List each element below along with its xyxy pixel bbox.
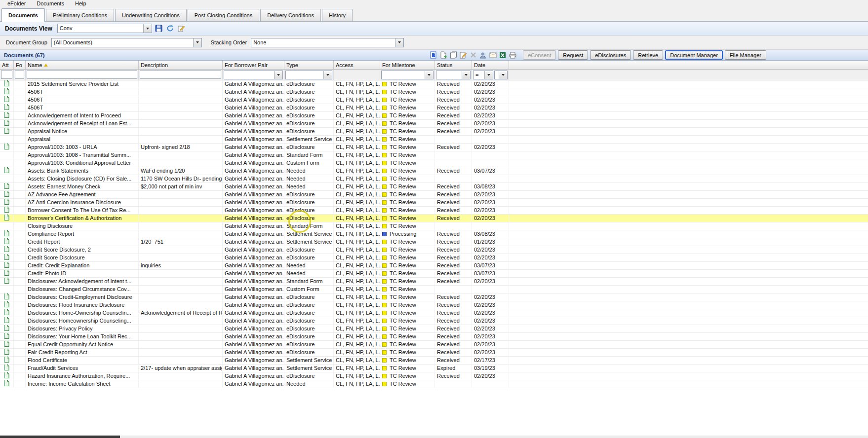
attachment-icon[interactable] xyxy=(4,104,9,111)
attachment-icon[interactable] xyxy=(4,372,9,380)
attachment-icon[interactable] xyxy=(4,88,9,96)
button-request[interactable]: Request xyxy=(558,50,588,60)
table-row[interactable]: Credit Report1/20 751Gabriel A Villagome… xyxy=(0,238,868,246)
table-row[interactable]: Acknowledgement of Receipt of Loan Est..… xyxy=(0,120,868,128)
tab-preliminary-conditions[interactable]: Preliminary Conditions xyxy=(46,9,114,21)
table-row[interactable]: Disclosures: Home-Ownership Counselin...… xyxy=(0,309,868,317)
table-row[interactable]: Approval/1003: 1003 - URLAUpfront- signe… xyxy=(0,144,868,151)
excel-export-icon[interactable] xyxy=(498,51,507,59)
table-row[interactable]: Disclosures: Acknowledgement of Intent t… xyxy=(0,278,868,286)
date-value-select[interactable] xyxy=(494,71,508,79)
date-operator-select[interactable]: = xyxy=(473,71,493,79)
table-row[interactable]: Assets: Earnest Money Check$2,000 not pa… xyxy=(0,183,868,191)
table-row[interactable]: AZ Advance Fee AgreementGabriel A Villag… xyxy=(0,191,868,199)
table-row[interactable]: Borrower's Certification & Authorization… xyxy=(0,215,868,222)
menu-help[interactable]: Help xyxy=(70,0,92,7)
attachment-icon[interactable] xyxy=(4,144,9,151)
attachment-icon[interactable] xyxy=(4,120,9,127)
tab-post-closing-conditions[interactable]: Post-Closing Conditions xyxy=(188,9,259,21)
table-row[interactable]: Approval/1003: Conditional Approval Lett… xyxy=(0,159,868,167)
status-filter-select[interactable] xyxy=(436,71,471,79)
description-filter-input[interactable] xyxy=(140,71,221,79)
table-row[interactable]: Credit: Photo IDGabriel A Villagomez an.… xyxy=(0,270,868,278)
table-row[interactable]: Acknowledgement of Intent to ProceedGabr… xyxy=(0,112,868,120)
copy-document-icon[interactable] xyxy=(449,51,458,59)
attachment-icon[interactable] xyxy=(4,325,9,332)
attachment-icon[interactable] xyxy=(4,183,9,190)
column-header-att[interactable]: Att xyxy=(0,61,14,69)
attachment-icon[interactable] xyxy=(4,365,9,372)
tab-documents[interactable]: Documents xyxy=(1,8,45,22)
table-row[interactable]: Compliance ReportGabriel A Villagomez an… xyxy=(0,230,868,238)
attachment-icon[interactable] xyxy=(4,262,9,269)
chevron-down-icon[interactable] xyxy=(193,38,201,47)
milestone-filter-select[interactable] xyxy=(381,71,434,79)
table-row[interactable]: AppraisalGabriel A Villagomez an...Settl… xyxy=(0,136,868,144)
chevron-down-icon[interactable] xyxy=(274,71,282,79)
stacking-order-select[interactable]: None xyxy=(251,38,404,47)
table-row[interactable]: Hazard Insurance Authorization, Require.… xyxy=(0,372,868,380)
save-icon[interactable] xyxy=(155,24,163,33)
table-row[interactable]: Credit: Credit ExplanationinquiriesGabri… xyxy=(0,262,868,270)
table-row[interactable]: Appraisal NoticeGabriel A Villagomez an.… xyxy=(0,128,868,136)
new-document-icon[interactable] xyxy=(439,51,448,59)
column-header-description[interactable]: Description xyxy=(139,61,223,69)
column-header-status[interactable]: Status xyxy=(435,61,472,69)
attachment-icon[interactable] xyxy=(4,301,9,309)
table-row[interactable]: 2015 Settlement Service Provider ListGab… xyxy=(0,80,868,88)
column-header-milestone[interactable]: For Milestone xyxy=(380,61,435,69)
attachment-icon[interactable] xyxy=(4,357,9,364)
attachment-icon[interactable] xyxy=(4,341,9,348)
table-row[interactable]: 4506TGabriel A Villagomez an...eDisclosu… xyxy=(0,96,868,104)
attachment-icon[interactable] xyxy=(4,215,9,222)
edit-document-icon[interactable] xyxy=(459,51,468,59)
fo-filter-input[interactable] xyxy=(15,71,24,79)
table-row[interactable]: AZ Anti-Coercion Insurance DisclosureGab… xyxy=(0,199,868,207)
attachment-icon[interactable] xyxy=(4,309,9,317)
attachment-icon[interactable] xyxy=(4,317,9,325)
attachment-icon[interactable] xyxy=(4,80,9,88)
table-row[interactable]: Disclosures: Credit-Employment Disclosur… xyxy=(0,293,868,301)
table-row[interactable]: 4506TGabriel A Villagomez an...eDisclosu… xyxy=(0,88,868,96)
chevron-down-icon[interactable] xyxy=(395,38,403,47)
type-filter-select[interactable] xyxy=(285,71,332,79)
table-row[interactable]: Credit Score DisclosureGabriel A Villago… xyxy=(0,254,868,262)
att-filter-input[interactable] xyxy=(1,71,12,79)
attachment-icon[interactable] xyxy=(4,333,9,340)
button-document-manager[interactable]: Document Manager xyxy=(665,50,723,60)
attachment-icon[interactable] xyxy=(4,191,9,198)
table-row[interactable]: Flood CertificateGabriel A Villagomez an… xyxy=(0,357,868,365)
button-file-manager[interactable]: File Manager xyxy=(725,50,766,60)
attachment-icon[interactable] xyxy=(4,254,9,261)
chevron-down-icon[interactable] xyxy=(484,71,493,79)
attachment-icon[interactable] xyxy=(4,96,9,104)
attachment-icon[interactable] xyxy=(4,230,9,238)
table-row[interactable]: Income: Income Calculation SheetGabriel … xyxy=(0,380,868,388)
attachment-icon[interactable] xyxy=(4,293,9,301)
email-icon[interactable] xyxy=(488,51,497,59)
scrollbar-thumb[interactable] xyxy=(0,436,120,438)
attachment-icon[interactable] xyxy=(4,270,9,277)
attachment-icon[interactable] xyxy=(4,278,9,285)
column-header-date[interactable]: Date xyxy=(472,61,509,69)
chevron-down-icon[interactable] xyxy=(499,71,507,79)
button-edisclosures[interactable]: eDisclosures xyxy=(590,50,631,60)
attachment-icon[interactable] xyxy=(4,380,9,388)
column-header-fo[interactable]: Fo xyxy=(14,61,26,69)
column-header-type[interactable]: Type xyxy=(284,61,334,69)
table-row[interactable]: 4506TGabriel A Villagomez an...eDisclosu… xyxy=(0,104,868,112)
attachment-icon[interactable] xyxy=(4,207,9,214)
attachment-icon[interactable] xyxy=(4,246,9,254)
table-row[interactable]: Disclosures: Your Home Loan Toolkit Rec.… xyxy=(0,333,868,341)
chevron-down-icon[interactable] xyxy=(425,71,433,79)
horizontal-scrollbar[interactable] xyxy=(0,436,868,438)
chevron-down-icon[interactable] xyxy=(323,71,332,79)
table-row[interactable]: Disclosures: Homeownership Counseling...… xyxy=(0,317,868,325)
edit-icon[interactable] xyxy=(177,24,186,33)
table-row[interactable]: Equal Credit Opportunity Act NoticeGabri… xyxy=(0,341,868,349)
borrower_pair-filter-select[interactable] xyxy=(224,71,283,79)
table-row[interactable]: Disclosures: Changed Circumstance Cov...… xyxy=(0,286,868,293)
column-header-borrower_pair[interactable]: For Borrower Pair xyxy=(223,61,284,69)
button-retrieve[interactable]: Retrieve xyxy=(633,50,663,60)
table-row[interactable]: Assets: Bank StatementsWaFd ending 1/20G… xyxy=(0,167,868,175)
